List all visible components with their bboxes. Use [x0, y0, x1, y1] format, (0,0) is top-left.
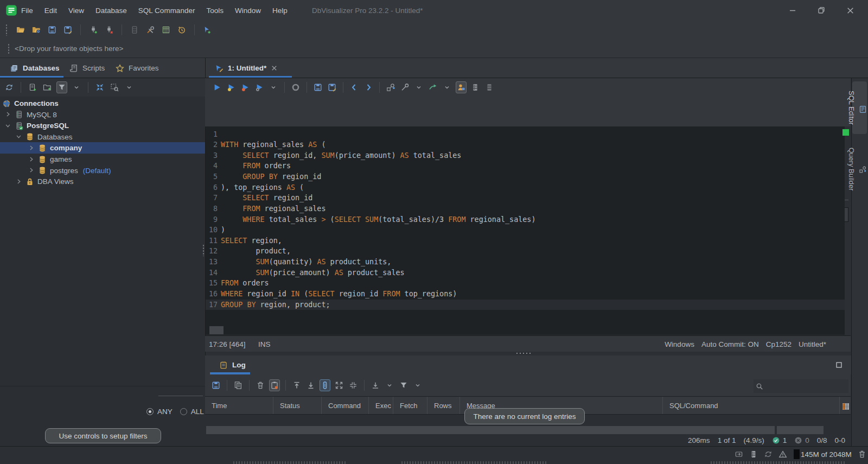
tab-scripts[interactable]: Scripts [69, 58, 105, 78]
tab-favorites[interactable]: Favorites [116, 58, 159, 78]
db-stack-icon[interactable] [749, 450, 758, 459]
log-splitter-handle[interactable] [515, 352, 532, 354]
favorites-drag-handle[interactable] [8, 43, 10, 54]
menu-sql-commander[interactable]: SQL Commander [138, 7, 195, 15]
minimize-button[interactable] [780, 0, 805, 21]
zoom-frame-icon[interactable] [109, 81, 120, 93]
play-yellow-icon[interactable] [226, 81, 237, 93]
folder-add-icon[interactable] [42, 81, 53, 93]
tree-item-connections[interactable]: Connections [0, 98, 205, 109]
chevron-right-icon[interactable] [28, 144, 35, 152]
clip-orange-icon[interactable] [269, 379, 280, 391]
save-icon[interactable] [312, 81, 323, 93]
log-search-box[interactable] [754, 379, 848, 393]
chev-icon[interactable] [268, 81, 279, 93]
close-button[interactable] [838, 0, 863, 21]
funnel-icon[interactable] [56, 81, 67, 93]
sticky-user-icon[interactable] [456, 81, 467, 93]
copy-icon[interactable] [233, 379, 244, 391]
db-rollback-icon[interactable] [484, 81, 495, 93]
all-radio[interactable] [180, 408, 187, 415]
branch-icon[interactable] [385, 81, 396, 93]
chev-icon[interactable] [413, 81, 424, 93]
server-icon[interactable] [129, 24, 140, 36]
menu-file[interactable]: File [21, 7, 33, 15]
grid-icon[interactable] [161, 24, 171, 36]
arr-top-icon[interactable] [291, 379, 302, 391]
chev-icon[interactable] [71, 81, 82, 93]
play-icon[interactable] [212, 81, 222, 93]
funnel-icon[interactable] [398, 379, 409, 391]
refresh-icon[interactable] [4, 81, 15, 93]
chevron-right-icon[interactable] [28, 156, 35, 163]
menu-edit[interactable]: Edit [44, 7, 57, 15]
editor-hscrollbar-thumb[interactable] [209, 326, 224, 334]
sidebar-tab-sql-editor[interactable]: SQL Editor [852, 81, 867, 134]
nav-fwd-icon[interactable] [363, 81, 374, 93]
nav-back-icon[interactable] [349, 81, 360, 93]
search-input[interactable] [763, 382, 839, 390]
chevron-down-icon[interactable] [15, 133, 23, 141]
tree-item-postgres[interactable]: postgres(Default) [0, 165, 205, 176]
db-commit-icon[interactable] [470, 81, 481, 93]
gc-trash-icon[interactable] [858, 450, 866, 459]
menu-window[interactable]: Window [235, 7, 261, 15]
redirect-icon[interactable] [427, 81, 438, 93]
log-col-time[interactable]: Time [205, 397, 273, 414]
menu-database[interactable]: Database [95, 7, 127, 15]
menu-view[interactable]: View [68, 7, 84, 15]
bookmark-add-icon[interactable] [202, 24, 213, 36]
tab-databases[interactable]: Databases [10, 58, 60, 78]
log-col-exec[interactable]: Exec [369, 397, 393, 414]
save-as-icon[interactable] [327, 81, 337, 93]
table-settings-icon[interactable] [841, 402, 850, 411]
limit-icon[interactable] [370, 379, 381, 391]
menu-tools[interactable]: Tools [206, 7, 224, 15]
log-hscrollbar-corner[interactable] [777, 426, 824, 434]
log-col-fetch[interactable]: Fetch [393, 397, 427, 414]
arr-bottom-icon[interactable] [305, 379, 316, 391]
tail-icon[interactable] [320, 379, 330, 391]
chev-icon[interactable] [124, 81, 135, 93]
collapse-all-icon[interactable] [94, 81, 105, 93]
tree-item-company[interactable]: company [0, 142, 205, 154]
expand-icon[interactable] [334, 379, 344, 391]
wrench-icon[interactable] [399, 81, 410, 93]
stop-icon[interactable] [290, 81, 301, 93]
tree-item-databases[interactable]: Databases [0, 131, 205, 143]
panel-splitter-handle[interactable] [202, 244, 205, 256]
warn-icon[interactable] [778, 450, 787, 459]
any-radio[interactable] [146, 408, 154, 415]
sync-icon[interactable] [764, 450, 773, 459]
play-orange-icon[interactable] [240, 81, 251, 93]
chevron-right-icon[interactable] [15, 178, 23, 186]
chevron-right-icon[interactable] [28, 167, 35, 174]
menu-help[interactable]: Help [272, 7, 288, 15]
chev-icon[interactable] [412, 379, 423, 391]
tree-item-postgresql[interactable]: PostgreSQL [0, 120, 205, 131]
chevron-right-icon[interactable] [4, 111, 12, 118]
log-col-sql-command[interactable]: SQL/Command [663, 397, 840, 414]
history-icon[interactable] [176, 24, 187, 36]
doc-add-icon[interactable] [27, 81, 38, 93]
chev-icon[interactable] [384, 379, 395, 391]
log-col-status[interactable]: Status [273, 397, 322, 414]
log-col-command[interactable]: Command [322, 397, 369, 414]
save-icon[interactable] [47, 24, 58, 36]
sidebar-tab-query-builder[interactable]: Query Builder [853, 137, 867, 202]
export-icon[interactable] [735, 450, 743, 459]
maximize-panel-icon[interactable] [835, 361, 843, 368]
tab-untitled[interactable]: 1: Untitled* [215, 58, 278, 78]
save-as-icon[interactable] [62, 24, 73, 36]
chevron-down-icon[interactable] [4, 122, 12, 130]
toolbar-drag-handle[interactable] [5, 24, 8, 36]
tree-item-games[interactable]: games [0, 154, 205, 165]
collapse-icon[interactable] [348, 379, 359, 391]
save-icon[interactable] [210, 379, 221, 391]
memory-indicator[interactable]: 145M of 2048M [801, 447, 852, 462]
close-tab-icon[interactable] [271, 65, 278, 72]
tree-item-mysql-8[interactable]: MySQL 8 [0, 109, 205, 120]
play-gear-icon[interactable] [254, 81, 265, 93]
tools-icon[interactable] [145, 24, 156, 36]
tree-item-dba-views[interactable]: DBA Views [0, 176, 205, 187]
